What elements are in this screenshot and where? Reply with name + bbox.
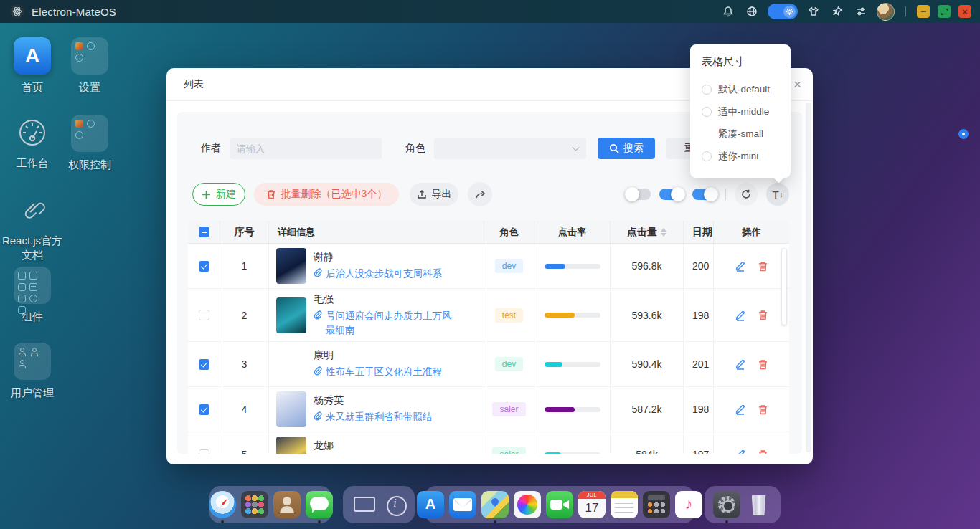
toolbar-divider [725, 189, 726, 200]
mini-shield-icon [87, 120, 95, 128]
mail-icon[interactable] [449, 491, 476, 518]
table-row: 3 康明 性布车五于区义化府土准程 dev 590.4k 201 [188, 342, 789, 387]
new-button[interactable]: 新建 [192, 183, 245, 206]
notes-icon[interactable] [611, 491, 638, 518]
launchpad-icon[interactable] [241, 491, 268, 518]
display-icon[interactable] [349, 491, 377, 518]
role-label: 角色 [405, 142, 425, 155]
click-rate-bar [545, 362, 600, 367]
row-index: 1 [220, 244, 269, 288]
row-checkbox[interactable] [199, 449, 209, 454]
safari-icon[interactable] [209, 491, 236, 518]
globe-icon[interactable] [744, 4, 760, 19]
row-index: 3 [220, 342, 269, 386]
search-button[interactable]: 搜索 [598, 138, 655, 159]
window-close-icon[interactable]: × [793, 77, 801, 91]
author-input[interactable] [230, 138, 382, 159]
option-switch[interactable] [692, 189, 717, 200]
desktop-icon-settings[interactable]: 设置 [57, 37, 122, 95]
export-button[interactable]: 导出 [410, 183, 458, 206]
user-name: 毛强 [314, 293, 457, 306]
delete-icon[interactable] [758, 404, 768, 415]
size-option[interactable]: 适中-middle [702, 100, 779, 123]
components-folder-icon [14, 267, 51, 304]
notification-bell-icon[interactable] [720, 4, 736, 19]
photos-icon[interactable] [514, 491, 541, 518]
delete-icon[interactable] [758, 359, 768, 370]
delete-icon[interactable] [758, 261, 768, 272]
edit-icon[interactable] [735, 449, 746, 454]
desktop-icon-label: React.js官方文档 [1, 234, 64, 262]
contacts-icon[interactable] [273, 491, 301, 518]
detail-link[interactable]: 性布车五于区义化府土准程 [314, 365, 442, 379]
row-checkbox[interactable] [199, 261, 209, 272]
close-button[interactable]: × [958, 5, 971, 18]
pin-icon[interactable] [829, 4, 845, 19]
batch-delete-button[interactable]: 批量删除（已选中3个） [254, 183, 399, 206]
dock-group [343, 486, 415, 523]
maps-icon[interactable] [481, 491, 509, 518]
delete-icon[interactable] [758, 449, 768, 454]
role-tag: dev [495, 357, 523, 371]
trash-icon[interactable] [745, 491, 773, 518]
desktop-icon-user-mgmt[interactable]: 用户管理 [0, 343, 65, 400]
appstore-icon[interactable] [417, 491, 444, 518]
link-icon [14, 192, 50, 228]
messages-icon[interactable] [306, 491, 333, 518]
size-option[interactable]: 迷你-mini [702, 145, 779, 167]
size-option-label: 默认-default [718, 83, 770, 96]
window-scrollbar[interactable] [806, 103, 811, 452]
dashboard-gauge-icon [14, 115, 50, 151]
size-option[interactable]: 紧凑-small [702, 123, 779, 145]
row-checkbox[interactable] [199, 359, 209, 370]
calendar-icon[interactable]: JUL17 [578, 491, 606, 518]
size-option[interactable]: 默认-default [702, 78, 779, 100]
date-value: 198 [684, 289, 714, 341]
role-tag: test [495, 308, 523, 323]
user-avatar[interactable] [877, 3, 895, 21]
sort-carets-icon[interactable] [661, 228, 666, 237]
radio-icon [702, 107, 712, 117]
edit-icon[interactable] [735, 310, 746, 321]
sliders-icon[interactable] [853, 4, 869, 19]
settings-folder-icon [71, 37, 108, 75]
gear-icon [783, 6, 796, 18]
desktop-icon-react-docs[interactable]: React.js官方文档 [0, 192, 65, 262]
delete-icon[interactable] [758, 310, 768, 320]
share-arrow-icon [475, 189, 486, 200]
users-folder-icon [14, 343, 51, 380]
detail-link[interactable]: 号问通府会间走办质力上万风最细南 [314, 309, 457, 337]
table-size-button[interactable]: T↕ [766, 183, 789, 206]
refresh-button[interactable] [735, 183, 758, 206]
detail-link[interactable]: 来又就重群利省和带照结 [314, 410, 433, 424]
edit-icon[interactable] [735, 358, 746, 370]
desktop-icon-home[interactable]: 首页 [0, 37, 65, 95]
table-scrollbar-thumb[interactable] [781, 248, 787, 325]
popover-title: 表格尺寸 [702, 55, 779, 69]
desktop-icon-workbench[interactable]: 工作台 [0, 115, 65, 171]
edit-icon[interactable] [735, 260, 746, 272]
select-all-checkbox[interactable] [199, 227, 209, 237]
facetime-icon[interactable] [546, 491, 573, 518]
settings-toggle-pill[interactable] [768, 4, 798, 19]
settings-icon[interactable] [713, 491, 740, 518]
maximize-button[interactable] [938, 5, 951, 18]
refresh-icon [740, 189, 752, 200]
row-checkbox[interactable] [199, 310, 209, 320]
row-checkbox[interactable] [199, 404, 209, 415]
theme-shirt-icon[interactable] [806, 4, 821, 19]
option-switch[interactable] [626, 189, 651, 200]
share-button[interactable] [468, 182, 492, 206]
role-select[interactable] [434, 138, 586, 159]
calculator-icon[interactable] [643, 491, 670, 518]
app-title: Electron-MateOS [32, 6, 116, 18]
edit-icon[interactable] [735, 404, 746, 415]
minimize-button[interactable]: − [917, 5, 930, 18]
option-switch[interactable] [659, 189, 684, 200]
detail-link[interactable]: 后治人没众步战可支周科系 [314, 267, 442, 281]
date-value: 201 [684, 342, 714, 386]
desktop-icon-permission[interactable]: 权限控制 [56, 115, 123, 172]
desktop-icon-components[interactable]: 组件 [0, 267, 65, 324]
music-icon[interactable] [675, 491, 702, 518]
info-icon[interactable] [382, 491, 409, 518]
